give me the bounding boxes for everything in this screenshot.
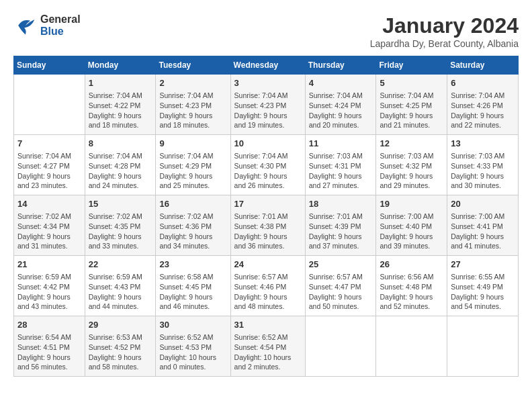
page-header: General Blue January 2024 Lapardha Dy, B…: [13, 13, 519, 49]
calendar-cell: [447, 316, 519, 377]
col-thursday: Thursday: [305, 56, 376, 75]
title-block: January 2024 Lapardha Dy, Berat County, …: [370, 13, 519, 49]
col-sunday: Sunday: [14, 56, 85, 75]
day-number: 25: [309, 259, 373, 271]
calendar-cell: 1Sunrise: 7:04 AM Sunset: 4:22 PM Daylig…: [85, 75, 156, 135]
day-info: Sunrise: 7:04 AM Sunset: 4:28 PM Dayligh…: [89, 151, 152, 191]
day-info: Sunrise: 6:58 AM Sunset: 4:45 PM Dayligh…: [159, 272, 226, 312]
day-number: 30: [159, 319, 226, 331]
calendar-header-row: Sunday Monday Tuesday Wednesday Thursday…: [14, 56, 519, 75]
day-info: Sunrise: 7:04 AM Sunset: 4:30 PM Dayligh…: [234, 151, 302, 191]
day-info: Sunrise: 6:56 AM Sunset: 4:48 PM Dayligh…: [380, 272, 443, 312]
month-title: January 2024: [370, 13, 519, 38]
calendar-cell: 24Sunrise: 6:57 AM Sunset: 4:46 PM Dayli…: [230, 256, 305, 316]
day-number: 7: [17, 138, 81, 150]
calendar-cell: 5Sunrise: 7:04 AM Sunset: 4:25 PM Daylig…: [376, 75, 447, 135]
day-info: Sunrise: 7:04 AM Sunset: 4:25 PM Dayligh…: [380, 91, 443, 130]
day-info: Sunrise: 7:04 AM Sunset: 4:29 PM Dayligh…: [159, 151, 226, 191]
calendar-week-row: 14Sunrise: 7:02 AM Sunset: 4:34 PM Dayli…: [14, 195, 519, 256]
calendar-cell: 22Sunrise: 6:59 AM Sunset: 4:43 PM Dayli…: [85, 256, 156, 316]
day-number: 17: [234, 198, 302, 210]
day-info: Sunrise: 7:02 AM Sunset: 4:35 PM Dayligh…: [89, 212, 152, 251]
col-tuesday: Tuesday: [156, 56, 230, 75]
col-friday: Friday: [376, 56, 447, 75]
day-number: 10: [234, 138, 302, 150]
day-number: 6: [451, 77, 515, 89]
calendar-cell: 12Sunrise: 7:03 AM Sunset: 4:32 PM Dayli…: [376, 135, 447, 195]
day-info: Sunrise: 6:54 AM Sunset: 4:51 PM Dayligh…: [17, 332, 81, 372]
calendar-cell: 17Sunrise: 7:01 AM Sunset: 4:38 PM Dayli…: [230, 195, 305, 256]
day-number: 12: [380, 138, 443, 150]
day-info: Sunrise: 7:01 AM Sunset: 4:38 PM Dayligh…: [234, 212, 302, 251]
day-number: 14: [17, 198, 81, 210]
calendar-table: Sunday Monday Tuesday Wednesday Thursday…: [13, 56, 519, 377]
logo-text: General Blue: [40, 13, 81, 38]
calendar-cell: 27Sunrise: 6:55 AM Sunset: 4:49 PM Dayli…: [447, 256, 519, 316]
day-info: Sunrise: 7:03 AM Sunset: 4:32 PM Dayligh…: [380, 151, 443, 191]
day-info: Sunrise: 7:04 AM Sunset: 4:26 PM Dayligh…: [451, 91, 515, 130]
day-number: 31: [234, 319, 302, 331]
day-number: 26: [380, 259, 443, 271]
day-info: Sunrise: 6:55 AM Sunset: 4:49 PM Dayligh…: [451, 272, 515, 312]
calendar-cell: 7Sunrise: 7:04 AM Sunset: 4:27 PM Daylig…: [14, 135, 85, 195]
calendar-cell: 4Sunrise: 7:04 AM Sunset: 4:24 PM Daylig…: [305, 75, 376, 135]
day-number: 2: [159, 77, 226, 89]
day-number: 18: [309, 198, 373, 210]
calendar-cell: 19Sunrise: 7:00 AM Sunset: 4:40 PM Dayli…: [376, 195, 447, 256]
calendar-cell: 23Sunrise: 6:58 AM Sunset: 4:45 PM Dayli…: [156, 256, 230, 316]
calendar-cell: 8Sunrise: 7:04 AM Sunset: 4:28 PM Daylig…: [85, 135, 156, 195]
day-number: 19: [380, 198, 443, 210]
day-info: Sunrise: 6:57 AM Sunset: 4:46 PM Dayligh…: [234, 272, 302, 312]
calendar-cell: 11Sunrise: 7:03 AM Sunset: 4:31 PM Dayli…: [305, 135, 376, 195]
day-info: Sunrise: 6:59 AM Sunset: 4:42 PM Dayligh…: [17, 272, 81, 312]
calendar-week-row: 7Sunrise: 7:04 AM Sunset: 4:27 PM Daylig…: [14, 135, 519, 195]
day-info: Sunrise: 7:02 AM Sunset: 4:36 PM Dayligh…: [159, 212, 226, 251]
day-info: Sunrise: 6:52 AM Sunset: 4:54 PM Dayligh…: [234, 332, 302, 372]
calendar-cell: 30Sunrise: 6:52 AM Sunset: 4:53 PM Dayli…: [156, 316, 230, 377]
calendar-cell: 2Sunrise: 7:04 AM Sunset: 4:23 PM Daylig…: [156, 75, 230, 135]
calendar-cell: 21Sunrise: 6:59 AM Sunset: 4:42 PM Dayli…: [14, 256, 85, 316]
calendar-cell: 10Sunrise: 7:04 AM Sunset: 4:30 PM Dayli…: [230, 135, 305, 195]
day-info: Sunrise: 7:03 AM Sunset: 4:33 PM Dayligh…: [451, 151, 515, 191]
location-title: Lapardha Dy, Berat County, Albania: [370, 38, 519, 49]
day-number: 22: [89, 259, 152, 271]
calendar-week-row: 1Sunrise: 7:04 AM Sunset: 4:22 PM Daylig…: [14, 75, 519, 135]
calendar-cell: 13Sunrise: 7:03 AM Sunset: 4:33 PM Dayli…: [447, 135, 519, 195]
calendar-cell: 26Sunrise: 6:56 AM Sunset: 4:48 PM Dayli…: [376, 256, 447, 316]
calendar-cell: 31Sunrise: 6:52 AM Sunset: 4:54 PM Dayli…: [230, 316, 305, 377]
day-info: Sunrise: 7:04 AM Sunset: 4:23 PM Dayligh…: [159, 91, 226, 130]
col-monday: Monday: [85, 56, 156, 75]
day-info: Sunrise: 7:00 AM Sunset: 4:40 PM Dayligh…: [380, 212, 443, 251]
day-number: 23: [159, 259, 226, 271]
calendar-cell: 6Sunrise: 7:04 AM Sunset: 4:26 PM Daylig…: [447, 75, 519, 135]
day-info: Sunrise: 7:03 AM Sunset: 4:31 PM Dayligh…: [309, 151, 373, 191]
col-wednesday: Wednesday: [230, 56, 305, 75]
logo-icon: [13, 13, 38, 38]
day-info: Sunrise: 7:04 AM Sunset: 4:24 PM Dayligh…: [309, 91, 373, 130]
day-number: 24: [234, 259, 302, 271]
calendar-cell: 16Sunrise: 7:02 AM Sunset: 4:36 PM Dayli…: [156, 195, 230, 256]
calendar-cell: [14, 75, 85, 135]
calendar-cell: [376, 316, 447, 377]
day-info: Sunrise: 6:59 AM Sunset: 4:43 PM Dayligh…: [89, 272, 152, 312]
calendar-cell: 9Sunrise: 7:04 AM Sunset: 4:29 PM Daylig…: [156, 135, 230, 195]
calendar-week-row: 21Sunrise: 6:59 AM Sunset: 4:42 PM Dayli…: [14, 256, 519, 316]
day-number: 5: [380, 77, 443, 89]
calendar-cell: 3Sunrise: 7:04 AM Sunset: 4:23 PM Daylig…: [230, 75, 305, 135]
calendar-cell: 18Sunrise: 7:01 AM Sunset: 4:39 PM Dayli…: [305, 195, 376, 256]
day-number: 20: [451, 198, 515, 210]
calendar-cell: 28Sunrise: 6:54 AM Sunset: 4:51 PM Dayli…: [14, 316, 85, 377]
day-number: 11: [309, 138, 373, 150]
day-number: 3: [234, 77, 302, 89]
day-number: 16: [159, 198, 226, 210]
day-info: Sunrise: 7:00 AM Sunset: 4:41 PM Dayligh…: [451, 212, 515, 251]
calendar-cell: [305, 316, 376, 377]
calendar-cell: 25Sunrise: 6:57 AM Sunset: 4:47 PM Dayli…: [305, 256, 376, 316]
calendar-cell: 20Sunrise: 7:00 AM Sunset: 4:41 PM Dayli…: [447, 195, 519, 256]
day-info: Sunrise: 6:52 AM Sunset: 4:53 PM Dayligh…: [159, 332, 226, 372]
calendar-week-row: 28Sunrise: 6:54 AM Sunset: 4:51 PM Dayli…: [14, 316, 519, 377]
logo: General Blue: [13, 13, 81, 38]
day-number: 1: [89, 77, 152, 89]
day-info: Sunrise: 6:53 AM Sunset: 4:52 PM Dayligh…: [89, 332, 152, 372]
col-saturday: Saturday: [447, 56, 519, 75]
